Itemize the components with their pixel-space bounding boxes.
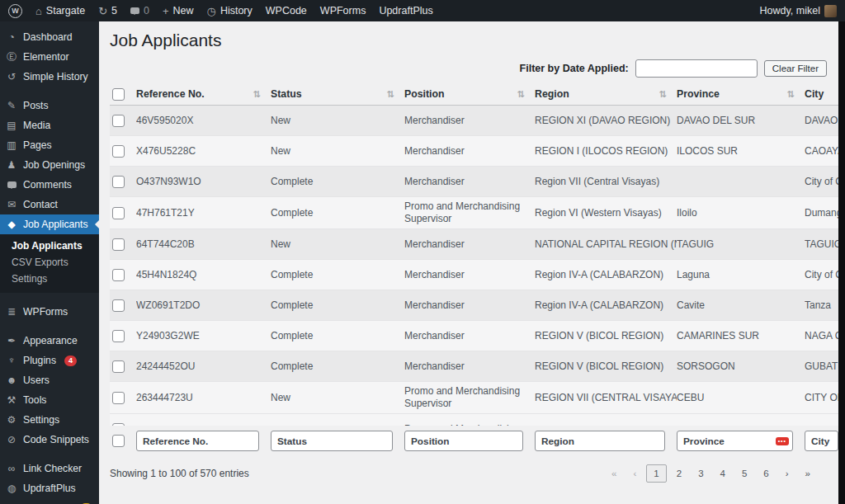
pagination-page-2[interactable]: 2 xyxy=(670,465,688,482)
cell-reference: O437N93W1O xyxy=(136,172,271,191)
history-link[interactable]: ◷ History xyxy=(207,5,253,16)
sidebar-item-link-checker[interactable]: ∞ Link Checker xyxy=(0,459,99,478)
sort-icon[interactable]: ⇅ xyxy=(387,89,394,100)
table-row[interactable]: X476U5228C New Merchandiser REGION I (IL… xyxy=(110,136,838,167)
sort-icon[interactable]: ⇅ xyxy=(787,89,795,100)
table-row[interactable]: Y24903G2WE Complete Merchandiser REGION … xyxy=(110,321,838,351)
table-row[interactable]: 45H4N1824Q Complete Merchandiser Region … xyxy=(110,260,838,290)
filter-status-input[interactable] xyxy=(271,431,393,451)
filter-position-input[interactable] xyxy=(404,431,523,451)
wpforms-link[interactable]: WPForms xyxy=(320,5,366,16)
pagination-prev[interactable]: ‹ xyxy=(626,465,643,482)
sidebar-item-wordfence[interactable]: ▩ Wordfence 2 xyxy=(0,498,99,504)
pagination-page-1[interactable]: 1 xyxy=(646,464,666,483)
new-label: New xyxy=(173,5,194,16)
column-header-province[interactable]: Province ⇅ xyxy=(677,83,805,105)
sidebar-item-users[interactable]: ☻ Users xyxy=(0,370,99,390)
select-all-checkbox[interactable] xyxy=(112,88,125,101)
sidebar-item-label: Dashboard xyxy=(23,31,73,43)
column-header-region[interactable]: Region ⇅ xyxy=(535,83,677,105)
new-content-menu[interactable]: + New xyxy=(163,5,194,16)
row-checkbox[interactable] xyxy=(112,392,125,404)
updraftplus-link[interactable]: UpdraftPlus xyxy=(379,5,432,16)
row-checkbox[interactable] xyxy=(112,176,125,188)
row-checkbox[interactable] xyxy=(112,299,125,312)
row-checkbox[interactable] xyxy=(112,269,125,281)
table-row[interactable]: 47H761T21Y Complete Promo and Merchandis… xyxy=(110,197,838,229)
submenu-item-settings[interactable]: Settings xyxy=(8,271,99,287)
pagination-page-4[interactable]: 4 xyxy=(714,465,732,482)
pagination-page-5[interactable]: 5 xyxy=(735,465,753,482)
sidebar-item-job-openings[interactable]: ♟ Job Openings xyxy=(0,155,99,175)
filter-city-input[interactable] xyxy=(805,431,838,451)
wordpress-menu[interactable]: W xyxy=(8,4,22,18)
cell-region: REGION VII (CENTRAL VISAYAS) xyxy=(535,389,677,407)
sidebar-item-media[interactable]: ▤ Media xyxy=(0,115,99,135)
pagination-first[interactable]: « xyxy=(605,465,623,482)
extension-ellipsis-icon[interactable]: ••• xyxy=(776,437,789,445)
row-checkbox[interactable] xyxy=(112,360,125,373)
sidebar-item-settings[interactable]: ⚙ Settings xyxy=(0,410,99,430)
submenu-item-csv-exports[interactable]: CSV Exports xyxy=(8,254,99,271)
table-row[interactable]: 24244452OU Complete Merchandiser REGION … xyxy=(110,351,838,382)
column-header-status[interactable]: Status ⇅ xyxy=(271,83,404,105)
sidebar-item-elementor[interactable]: Ⓔ Elementor xyxy=(0,47,99,67)
sidebar-item-tools[interactable]: ⚒ Tools xyxy=(0,390,99,410)
sidebar-item-label: Settings xyxy=(23,414,59,426)
pagination-last[interactable]: » xyxy=(799,465,817,482)
site-link[interactable]: ⌂ Stargate xyxy=(35,5,85,16)
table-row[interactable]: 263444723U New Promo and Merchandising S… xyxy=(110,382,838,414)
sidebar-item-appearance[interactable]: ✒ Appearance xyxy=(0,331,99,351)
cell-city: Tanza xyxy=(805,296,838,315)
column-header-reference[interactable]: Reference No. ⇅ xyxy=(136,83,271,105)
table-row[interactable]: 64T744C20B New Merchandiser NATIONAL CAP… xyxy=(110,229,838,260)
cell-status: New xyxy=(271,142,404,161)
submenu-item-job-applicants[interactable]: Job Applicants xyxy=(8,238,99,254)
elementor-icon: Ⓔ xyxy=(6,52,17,62)
sidebar-item-wpforms[interactable]: ≣ WPForms xyxy=(0,302,99,322)
pagination-next[interactable]: › xyxy=(779,465,795,482)
date-filter-input[interactable] xyxy=(635,59,758,78)
sidebar-item-comments[interactable]: Comments xyxy=(0,175,99,195)
cell-province: Cavite xyxy=(677,296,805,315)
sidebar-item-updraftplus[interactable]: ◍ UpdraftPlus xyxy=(0,478,99,498)
sidebar-item-pages[interactable]: ▥ Pages xyxy=(0,135,99,155)
row-checkbox[interactable] xyxy=(112,330,125,342)
sidebar-item-posts[interactable]: ✎ Posts xyxy=(0,96,99,115)
sort-icon[interactable]: ⇅ xyxy=(253,89,261,100)
column-header-position[interactable]: Position ⇅ xyxy=(404,83,535,105)
pagination-page-6[interactable]: 6 xyxy=(757,465,775,482)
sort-icon[interactable]: ⇅ xyxy=(517,89,525,100)
clear-filter-button[interactable]: Clear Filter xyxy=(764,60,827,77)
sidebar-item-code-snippets[interactable]: ⊘ Code Snippets xyxy=(0,430,99,450)
sidebar-item-dashboard[interactable]: ◔ Dashboard xyxy=(0,27,99,47)
row-checkbox[interactable] xyxy=(112,145,125,158)
sidebar-item-job-applicants[interactable]: ◆ Job Applicants xyxy=(0,214,99,234)
filter-region-input[interactable] xyxy=(535,431,665,451)
pagination-page-3[interactable]: 3 xyxy=(692,465,710,482)
table-row[interactable]: 46V595020X New Merchandiser REGION XI (D… xyxy=(110,106,838,136)
sidebar-item-plugins[interactable]: ♆ Plugins 4 xyxy=(0,351,99,370)
filter-reference-input[interactable] xyxy=(136,431,259,451)
cell-province xyxy=(677,178,805,185)
row-checkbox[interactable] xyxy=(112,207,125,219)
posts-icon: ✎ xyxy=(6,101,17,111)
cell-reference: X476U5228C xyxy=(136,142,271,161)
cell-province: Iloilo xyxy=(677,204,805,223)
sidebar-item-simple-history[interactable]: ↺ Simple History xyxy=(0,67,99,87)
column-header-city[interactable]: City xyxy=(805,83,838,105)
account-menu[interactable]: Howdy, mikel xyxy=(760,5,837,17)
wpcode-link[interactable]: WPCode xyxy=(266,5,307,16)
row-checkbox[interactable] xyxy=(112,238,125,251)
row-checkbox[interactable] xyxy=(112,423,125,426)
updates-link[interactable]: ↻ 5 xyxy=(98,5,117,16)
sidebar-item-contact[interactable]: ✉ Contact xyxy=(0,195,99,214)
sort-icon[interactable]: ⇅ xyxy=(659,89,667,100)
filter-row-checkbox[interactable] xyxy=(112,435,125,447)
cell-status: New xyxy=(271,111,404,130)
comments-link[interactable]: 0 xyxy=(130,5,149,16)
sidebar-item-label: Job Applicants xyxy=(23,219,88,230)
table-row[interactable]: WZ0691T2DO Complete Merchandiser Region … xyxy=(110,290,838,321)
row-checkbox[interactable] xyxy=(112,115,125,127)
table-row[interactable]: O437N93W1O Complete Merchandiser Region … xyxy=(110,167,838,197)
